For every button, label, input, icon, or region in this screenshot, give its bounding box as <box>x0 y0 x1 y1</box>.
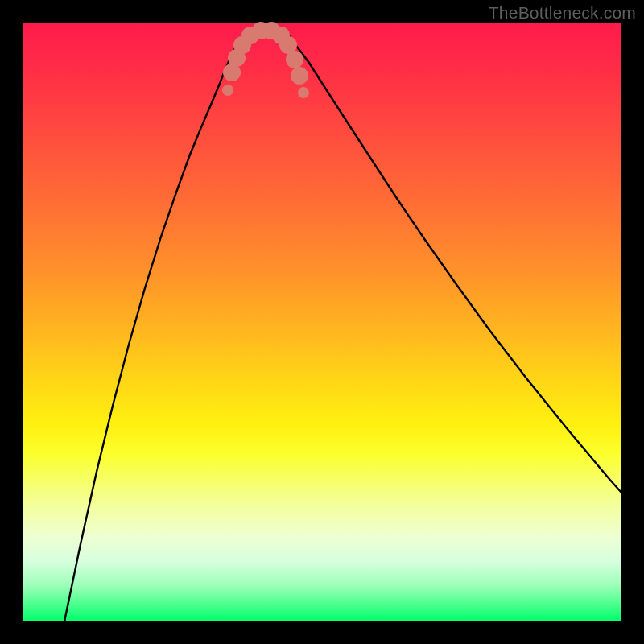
plot-area <box>23 23 621 621</box>
watermark-text: TheBottleneck.com <box>489 3 636 23</box>
curve-right-arm <box>291 40 621 493</box>
bead-marker <box>222 85 233 96</box>
bead-marker <box>298 87 309 98</box>
bead-chain <box>222 22 309 98</box>
curve-left-arm <box>64 40 240 621</box>
bead-marker <box>286 51 303 68</box>
bead-marker <box>291 67 308 85</box>
outer-frame: TheBottleneck.com <box>0 0 644 644</box>
chart-svg <box>23 23 621 621</box>
